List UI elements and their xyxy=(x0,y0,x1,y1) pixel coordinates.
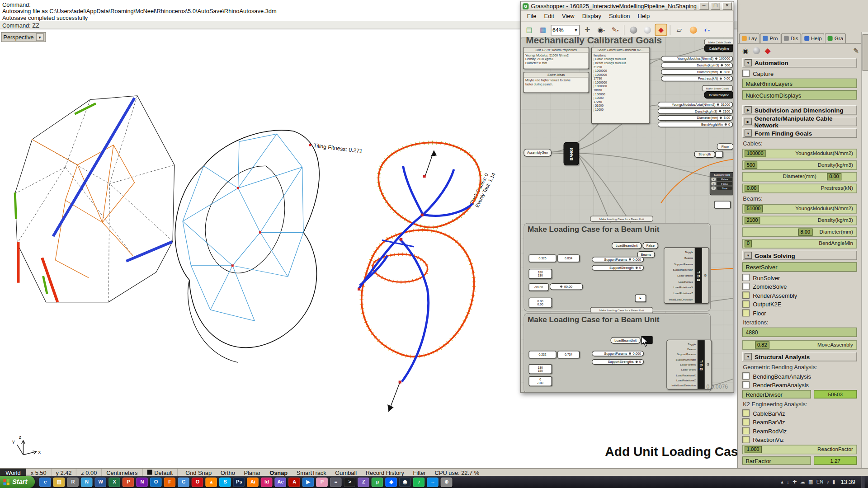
slider-grip[interactable] xyxy=(715,57,717,60)
checkbox[interactable] xyxy=(742,70,750,77)
shaded-sphere-icon[interactable] xyxy=(753,47,760,54)
menu-item[interactable]: Solution xyxy=(605,12,634,21)
slider-grip[interactable]: 51000 xyxy=(745,205,763,212)
orange-sphere-icon[interactable] xyxy=(687,24,699,36)
mini-panel[interactable] xyxy=(715,151,723,158)
taskbar-app-icon[interactable]: Ai xyxy=(247,477,259,487)
taskbar-app-icon[interactable]: ♪ xyxy=(413,477,425,487)
gh-canvas[interactable]: Mechanically Calibrated Goals Make Cable… xyxy=(521,37,733,392)
edit-pencil-icon[interactable]: ✎ xyxy=(853,46,859,54)
section-header-cable-network[interactable]: ▶ Generate/Manipulate Cable Network xyxy=(742,117,857,126)
slider-grip[interactable]: 0 xyxy=(745,240,752,247)
taskbar-app-icon[interactable]: F xyxy=(164,477,176,487)
panel-slider[interactable]: Density(kg/m3) 500 xyxy=(742,160,857,170)
panel-slider[interactable]: BendAngleMin 0 xyxy=(742,239,857,249)
slider-grip[interactable]: 1.000 xyxy=(745,446,761,453)
gh-solver-gem-icon[interactable]: ◆ xyxy=(764,46,770,55)
slider-grip[interactable] xyxy=(629,352,631,355)
slider-grip[interactable] xyxy=(720,71,722,73)
taskbar-app-icon[interactable]: C xyxy=(178,477,189,487)
panel-checkbox-row[interactable]: RunSolver xyxy=(742,274,857,281)
section-arrow-icon[interactable]: ▼ xyxy=(745,130,752,137)
selected-preview-gem-icon[interactable]: ◆ xyxy=(655,24,667,36)
menu-item[interactable]: Edit xyxy=(540,12,558,21)
mini-panel[interactable] xyxy=(714,201,731,208)
node-cable-polyline[interactable]: CablePolyline xyxy=(704,45,733,52)
status-toggle[interactable]: Ortho xyxy=(221,469,235,476)
slider-value-box[interactable]: 0.834 xyxy=(557,254,580,262)
slider-support-strength[interactable]: SupportStrength 0 xyxy=(592,265,644,271)
render-divisor-value[interactable]: 50503 xyxy=(814,390,857,398)
menu-item[interactable]: Display xyxy=(578,12,605,21)
group-tag-loading-case-1[interactable]: Make Loading Case for a Beam Unit xyxy=(590,216,653,222)
node-beam-polyline[interactable]: BeamPolyline xyxy=(704,91,733,99)
taskbar-app-icon[interactable]: ▤ xyxy=(53,477,65,487)
status-toggle[interactable]: Osnap xyxy=(269,469,288,476)
status-toggle[interactable]: Gumball xyxy=(335,469,357,476)
slider-grip[interactable] xyxy=(717,103,719,106)
panel-checkbox-row[interactable]: ReactionViz xyxy=(742,436,857,443)
tray-icon[interactable]: EN xyxy=(816,479,823,484)
grasshopper-titlebar[interactable]: G Grasshopper - 160825_InteractiveModell… xyxy=(521,2,733,11)
slider-grip[interactable] xyxy=(719,110,721,113)
slider-support-params[interactable]: SupportParams 0.000 xyxy=(592,351,644,356)
panel-checkbox-row[interactable]: Floor xyxy=(742,309,857,316)
panel-tab[interactable]: Help xyxy=(802,33,825,43)
shaded-preview-icon[interactable] xyxy=(641,24,653,36)
tray-icon[interactable]: ▮ xyxy=(832,479,835,484)
blue-sphere-menu-icon[interactable]: ◐▾ xyxy=(701,24,713,36)
menu-item[interactable]: View xyxy=(558,12,578,21)
taskbar-app-icon[interactable]: R xyxy=(67,477,79,487)
gh-number-slider[interactable]: YoungsModulus(N/mm2) 100000 xyxy=(661,56,733,61)
panel-slider-move-assembly[interactable]: MoveAssembly 0.82 xyxy=(742,340,857,350)
node-bul-1[interactable]: ToggleBeamsSupportParamsSupportStrengthL… xyxy=(664,247,709,304)
tray-icon[interactable]: ▦ xyxy=(808,479,813,484)
panel-tab[interactable]: Lay xyxy=(739,33,760,43)
status-toggle[interactable]: Record History xyxy=(366,469,404,476)
group-tag-make-beam-goals[interactable]: Make Beam Goals xyxy=(702,85,733,91)
taskbar-app-icon[interactable]: e xyxy=(39,477,51,487)
render-divisor-button[interactable]: RenderDivisor xyxy=(742,390,811,398)
tray-icon[interactable]: ▴ xyxy=(781,479,783,484)
panel-button[interactable]: NukeCustomDisplays xyxy=(742,90,857,100)
checkbox[interactable] xyxy=(742,300,750,308)
tray-icon[interactable]: ♪ xyxy=(826,479,829,484)
minimize-button[interactable]: ─ xyxy=(699,2,709,10)
taskbar-app-icon[interactable]: A xyxy=(288,477,300,487)
taskbar-app-icon[interactable]: Z xyxy=(358,477,369,487)
section-arrow-icon[interactable]: ▶ xyxy=(745,106,752,113)
gh-number-slider[interactable]: Diameter(mm) 8.00 xyxy=(658,115,733,121)
slider-grip[interactable]: 2100 xyxy=(745,217,760,224)
taskbar-app-icon[interactable]: ◆ xyxy=(386,477,397,487)
slider-grip[interactable]: 500 xyxy=(745,162,757,169)
section-arrow-icon[interactable]: ▼ xyxy=(745,353,752,360)
panel-checkbox-row[interactable]: OutputK2E xyxy=(742,300,857,308)
node-support-point[interactable]: SupportPoint X False Y False Z True xyxy=(710,172,733,195)
start-button[interactable]: Start xyxy=(0,476,35,488)
chevron-down-icon[interactable]: ▼ xyxy=(36,33,43,41)
node-false-toggle[interactable]: False xyxy=(643,242,658,249)
panel-button[interactable]: MakeRhinoLayers xyxy=(742,79,857,88)
slider-grip[interactable] xyxy=(720,117,722,119)
reset-solver-button[interactable]: ResetSolver xyxy=(742,262,857,272)
close-button[interactable]: ✕ xyxy=(722,2,732,10)
zoom-select[interactable]: 64% ▼ xyxy=(551,24,580,35)
support-axis-row[interactable]: X False xyxy=(710,177,733,182)
slider-value-box[interactable]: 0.326 xyxy=(528,254,556,262)
panel-scrollbar[interactable] xyxy=(861,32,868,468)
menu-item[interactable]: Help xyxy=(634,12,654,21)
panel-tab[interactable]: Gra xyxy=(825,33,846,43)
gh-number-slider[interactable]: BendAngleMin 0 xyxy=(658,122,733,127)
rotation-slider[interactable]: 90.00 xyxy=(550,283,583,290)
section-arrow-icon[interactable]: ▶ xyxy=(745,118,751,125)
panel-checkbox-row[interactable]: CableBarViz xyxy=(742,409,857,417)
checkbox[interactable] xyxy=(742,291,750,299)
section-header-form-finding[interactable]: ▼ Form Finding Goals xyxy=(742,128,857,138)
bar-factor-value[interactable]: 1.27 xyxy=(814,456,857,465)
panel-gfrp-properties[interactable]: Our GFRP Beam Properties Youngs Modulus:… xyxy=(523,47,589,69)
pan-icon[interactable]: ✚ xyxy=(581,24,594,36)
gh-number-slider[interactable]: Density(kg/m3) 500 xyxy=(661,62,733,68)
panel-checkbox-row[interactable]: RenderBeamAnalysis xyxy=(742,381,857,389)
panel-checkbox-row[interactable]: RenderAssembly xyxy=(742,291,857,299)
checkbox[interactable] xyxy=(742,309,750,316)
